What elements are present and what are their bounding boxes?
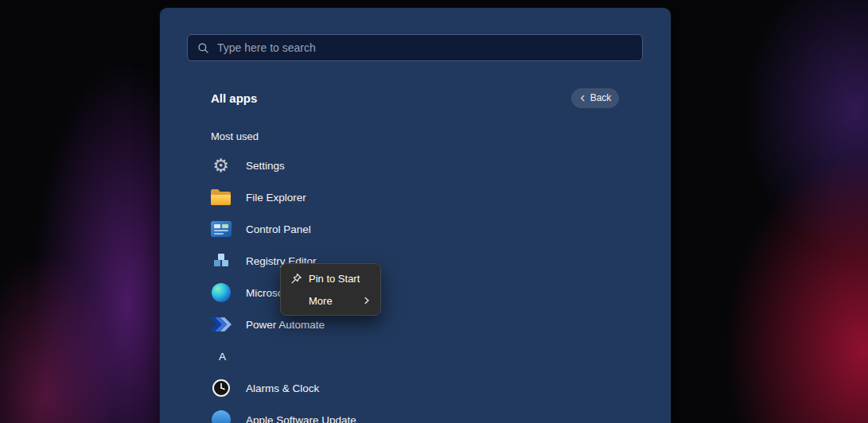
app-list: ⚙ Settings File Explorer: [210, 149, 671, 423]
context-menu: Pin to Start More: [280, 263, 381, 316]
edge-icon: [210, 282, 232, 303]
apps-header: All apps Back: [211, 87, 619, 108]
start-menu-panel: All apps Back Most used ⚙ Settings: [160, 8, 671, 423]
app-label: Apple Software Update: [246, 414, 356, 423]
app-row-control-panel[interactable]: Control Panel: [210, 213, 671, 245]
back-label: Back: [590, 92, 612, 103]
app-label: Settings: [246, 160, 285, 172]
back-button[interactable]: Back: [571, 88, 619, 108]
app-row-file-explorer[interactable]: File Explorer: [210, 181, 671, 213]
app-row-power-automate[interactable]: Power Automate: [210, 309, 671, 340]
pin-icon: [290, 273, 302, 285]
chevron-right-icon: [363, 297, 371, 305]
gear-icon: ⚙: [210, 155, 232, 176]
menu-item-label: More: [309, 295, 333, 307]
power-automate-icon: [210, 314, 232, 335]
app-row-alarms-clock[interactable]: Alarms & Clock: [210, 372, 671, 404]
chevron-left-icon: [579, 95, 586, 102]
search-input[interactable]: [217, 41, 633, 54]
clock-icon: [210, 378, 232, 398]
search-icon: [197, 42, 209, 54]
app-label: Control Panel: [246, 223, 311, 235]
app-label: Power Automate: [246, 319, 325, 331]
app-label: Alarms & Clock: [246, 382, 319, 394]
menu-item-label: Pin to Start: [309, 273, 360, 285]
app-row-registry-editor[interactable]: Registry Editor: [210, 245, 671, 277]
folder-icon: [210, 187, 232, 208]
most-used-label: Most used: [211, 130, 259, 142]
app-row-settings[interactable]: ⚙ Settings: [210, 149, 671, 181]
letter-header-label: A: [219, 351, 226, 363]
app-row-microsoft-edge[interactable]: Microsoft Edge: [210, 277, 671, 309]
app-row-apple-software-update[interactable]: Apple Software Update: [210, 404, 671, 423]
menu-item-more[interactable]: More: [284, 289, 377, 312]
all-apps-title: All apps: [211, 91, 257, 105]
control-panel-icon: [210, 219, 232, 239]
search-box[interactable]: [187, 34, 643, 61]
apple-update-icon: [210, 409, 232, 423]
letter-header-a[interactable]: A: [210, 340, 671, 372]
app-label: File Explorer: [246, 192, 306, 204]
menu-item-pin-to-start[interactable]: Pin to Start: [284, 267, 377, 289]
registry-editor-icon: [210, 250, 232, 271]
